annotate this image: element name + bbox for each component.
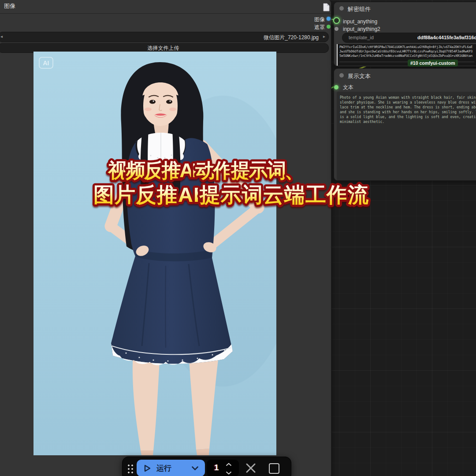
run-button[interactable]: 运行 (137, 460, 205, 476)
filename-value: 微信图片_720-1280.jpg (264, 34, 319, 41)
input-anything-dot[interactable] (333, 17, 340, 24)
title-divider (0, 13, 331, 14)
combo-right-arrow-icon[interactable]: ▸ (323, 34, 325, 39)
photo-woman-navy-dress: AI (33, 52, 276, 455)
encrypted-line: PW2YYxrIuGIDxK/cHf9RSP8w1704GiUOH7Lanhkk… (339, 45, 476, 49)
encrypted-line: JwzUTbD6OTdUrJgvcOwCaSt0UuYEOcvuLHR7Ttr8… (339, 49, 476, 54)
filename-combo[interactable]: ◂ 微信图片_720-1280.jpg ▸ (0, 32, 329, 42)
batch-count-value: 1 (214, 463, 219, 472)
load-image-node[interactable]: 图像 图像 遮罩 ◂ 微信图片_720-1280.jpg ▸ 选择文件上传 (0, 0, 331, 476)
text-input-dot[interactable] (334, 85, 338, 89)
combo-left-arrow-icon[interactable]: ◂ (0, 34, 3, 39)
node-title: 解密组件 (348, 5, 371, 13)
node-title: 展示文本 (348, 72, 371, 80)
template-id-field[interactable]: template_id ddf88a4c4415fe3a9af316d201e6… (342, 33, 476, 43)
output-image-label: 图像 (314, 16, 325, 23)
display-textarea[interactable]: Photo of a young Asian woman with straig… (337, 92, 476, 180)
run-button-label: 运行 (156, 463, 171, 473)
chevron-down-icon[interactable] (192, 466, 198, 470)
run-toolbar[interactable]: 运行 1 (122, 457, 291, 476)
text-line: lace trim at the neckline and hem. The d… (340, 105, 476, 110)
stepper-up-icon[interactable] (226, 463, 232, 466)
input-anything2-label: input_anything2 (343, 26, 380, 32)
collapse-dot[interactable] (339, 73, 344, 78)
document-icon[interactable] (323, 3, 330, 11)
text-line: is a solid light blue, and the lighting … (340, 115, 476, 119)
stepper-down-icon[interactable] (226, 471, 232, 475)
batch-count-box[interactable]: 1 (207, 460, 239, 476)
template-id-label: template_id (349, 35, 374, 40)
image-preview[interactable]: AI (33, 52, 276, 455)
template-id-value: ddf88a4c4415fe3a9af316d201e66b (417, 35, 476, 40)
text-line: minimalist aesthetic. (340, 119, 476, 124)
text-line: Photo of a young Asian woman with straig… (340, 95, 476, 100)
node-id-badge: #10 comfyui-custom (408, 60, 458, 67)
mask-output-dot[interactable] (327, 25, 331, 29)
input-anything2-dot[interactable] (335, 27, 338, 31)
output-mask-label: 遮罩 (314, 24, 325, 31)
upload-button-label: 选择文件上传 (148, 45, 179, 51)
input-anything-label: input_anything (343, 19, 377, 25)
encrypted-line: 5m5ONKz6wr/1nC9YkJuHDaTradWszso8NaFUCCxG… (339, 54, 476, 58)
display-text-node[interactable]: 展示文本 文本 Photo of a young Asian woman wit… (334, 68, 476, 181)
node-title: 图像 (4, 2, 15, 10)
collapse-dot[interactable] (339, 6, 344, 11)
drag-handle-icon[interactable] (127, 464, 134, 473)
text-line: slender physique. She is wearing a sleev… (340, 100, 476, 105)
stop-button[interactable] (269, 463, 279, 474)
comfyui-canvas[interactable]: 图像 图像 遮罩 ◂ 微信图片_720-1280.jpg ▸ 选择文件上传 (0, 0, 476, 476)
text-line: and she is standing with her hands on he… (340, 110, 476, 115)
decrypt-node[interactable]: 解密组件 input_anything input_anything2 temp… (334, 2, 476, 67)
image-output-dot[interactable] (327, 17, 331, 21)
play-icon (144, 465, 151, 472)
svg-text:AI: AI (43, 60, 49, 67)
text-input-label: 文本 (343, 84, 353, 91)
cancel-icon[interactable] (245, 462, 257, 474)
